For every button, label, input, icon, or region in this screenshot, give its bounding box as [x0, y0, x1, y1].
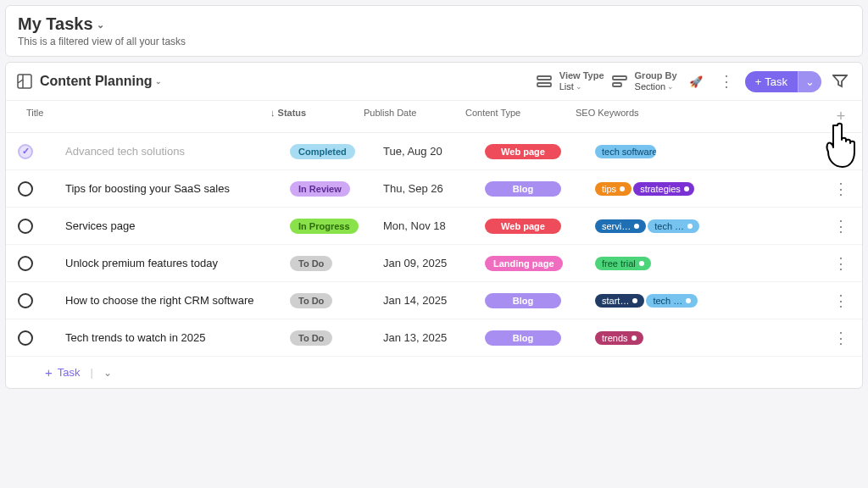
- chevron-down-icon: ⌄: [667, 82, 674, 92]
- publish-date[interactable]: Jan 14, 2025: [383, 294, 485, 307]
- more-options-button[interactable]: ⋮: [715, 69, 738, 93]
- new-task-button-group: + Task ⌄: [745, 71, 821, 92]
- content-type-badge[interactable]: Web page: [485, 144, 561, 159]
- publish-date[interactable]: Mon, Nov 18: [383, 219, 485, 232]
- plus-icon: +: [755, 75, 762, 88]
- col-status-label: Status: [278, 108, 307, 118]
- chevron-down-icon: ⌄: [97, 19, 104, 30]
- seo-tag[interactable]: tips: [595, 182, 632, 196]
- status-badge[interactable]: To Do: [290, 256, 332, 271]
- table-row[interactable]: Tips for boosting your SaaS salesIn Revi…: [6, 170, 862, 208]
- header-card: My Tasks ⌄ This is a filtered view of al…: [5, 5, 863, 57]
- svg-rect-6: [613, 83, 621, 86]
- task-title[interactable]: Unlock premium features today: [65, 257, 218, 269]
- col-title[interactable]: Title: [14, 108, 270, 125]
- chevron-down-icon[interactable]: ⌄: [103, 367, 112, 379]
- seo-tag[interactable]: trends: [595, 331, 643, 345]
- content-type-badge[interactable]: Blog: [485, 293, 561, 308]
- table-row[interactable]: Advanced tech solutionsCompletedTue, Aug…: [6, 133, 862, 170]
- col-status[interactable]: ↓ Status: [270, 108, 364, 125]
- task-title[interactable]: Services page: [65, 219, 135, 232]
- svg-rect-3: [537, 76, 551, 80]
- complete-toggle[interactable]: [18, 144, 33, 159]
- group-by-label: Group By: [635, 70, 677, 81]
- chevron-down-icon: ⌄: [805, 75, 815, 88]
- view-type-value: List: [559, 81, 574, 92]
- col-publish-date[interactable]: Publish Date: [364, 108, 465, 125]
- seo-tag[interactable]: strategies: [633, 182, 694, 196]
- row-more-button[interactable]: ⋮: [820, 181, 862, 197]
- table-row[interactable]: Services pageIn ProgressMon, Nov 18Web p…: [6, 208, 862, 245]
- status-badge[interactable]: To Do: [290, 330, 332, 346]
- content-type-badge[interactable]: Web page: [485, 219, 561, 234]
- seo-tag[interactable]: tech …: [646, 294, 698, 308]
- complete-toggle[interactable]: [18, 256, 33, 271]
- page-subtitle: This is a filtered view of all your task…: [18, 36, 850, 47]
- add-task-row[interactable]: + Task | ⌄: [6, 357, 862, 388]
- status-badge[interactable]: Completed: [290, 144, 355, 159]
- seo-tag[interactable]: tech …: [648, 219, 699, 233]
- seo-tag[interactable]: free trial: [595, 257, 651, 270]
- row-more-button[interactable]: ⋮: [820, 330, 862, 346]
- row-more-button[interactable]: ⋮: [820, 293, 862, 308]
- status-badge[interactable]: To Do: [290, 293, 332, 308]
- publish-date[interactable]: Tue, Aug 20: [383, 145, 485, 158]
- page-title-row[interactable]: My Tasks ⌄: [18, 14, 850, 34]
- seo-tag[interactable]: tech software: [595, 145, 656, 158]
- new-task-button[interactable]: + Task: [745, 71, 798, 92]
- seo-tag[interactable]: servi…: [595, 219, 646, 233]
- status-badge[interactable]: In Review: [290, 181, 350, 197]
- svg-rect-4: [537, 83, 551, 86]
- svg-rect-5: [613, 76, 626, 80]
- new-task-label: Task: [765, 75, 787, 88]
- view-type-label: View Type: [559, 70, 604, 81]
- seo-tag[interactable]: start…: [595, 294, 644, 308]
- complete-toggle[interactable]: [18, 293, 33, 308]
- table-row[interactable]: Tech trends to watch in 2025To DoJan 13,…: [6, 319, 862, 357]
- status-badge[interactable]: In Progress: [290, 219, 359, 234]
- task-title[interactable]: How to choose the right CRM software: [65, 294, 254, 307]
- table-body: Advanced tech solutionsCompletedTue, Aug…: [6, 133, 862, 357]
- row-more-button[interactable]: ⋮: [820, 219, 862, 234]
- new-task-dropdown[interactable]: ⌄: [798, 71, 821, 92]
- filter-icon[interactable]: [828, 69, 852, 93]
- task-title[interactable]: Tips for boosting your SaaS sales: [65, 182, 230, 195]
- section-icon: [611, 73, 628, 90]
- publish-date[interactable]: Jan 09, 2025: [383, 257, 485, 269]
- add-task-label: Task: [58, 366, 81, 379]
- complete-toggle[interactable]: [18, 181, 33, 197]
- complete-toggle[interactable]: [18, 219, 33, 234]
- col-content-type[interactable]: Content Type: [465, 108, 576, 125]
- group-by-value: Section: [635, 81, 666, 92]
- task-title[interactable]: Advanced tech solutions: [65, 145, 185, 158]
- main-card: Content Planning ⌄ View Type List⌄ Group…: [5, 62, 863, 389]
- panel-layout-icon[interactable]: [16, 73, 33, 90]
- table-row[interactable]: How to choose the right CRM softwareTo D…: [6, 282, 862, 319]
- col-seo-keywords[interactable]: SEO Keywords: [576, 108, 820, 125]
- page-title: My Tasks: [18, 14, 93, 34]
- plus-icon: +: [45, 365, 53, 380]
- publish-date[interactable]: Thu, Sep 26: [383, 182, 485, 195]
- content-type-badge[interactable]: Blog: [485, 330, 561, 346]
- toolbar: Content Planning ⌄ View Type List⌄ Group…: [6, 63, 862, 100]
- list-icon: [536, 73, 553, 90]
- publish-date[interactable]: Jan 13, 2025: [383, 331, 485, 344]
- divider: |: [91, 366, 93, 379]
- section-title: Content Planning: [40, 74, 152, 89]
- chevron-down-icon: ⌄: [576, 82, 582, 92]
- content-type-badge[interactable]: Landing page: [485, 256, 563, 271]
- chevron-down-icon: ⌄: [155, 77, 162, 86]
- svg-line-2: [18, 80, 23, 83]
- group-by-dropdown[interactable]: Group By Section⌄: [635, 70, 677, 92]
- add-column-button[interactable]: +: [820, 108, 862, 125]
- content-type-badge[interactable]: Blog: [485, 181, 561, 197]
- sort-arrow-down-icon: ↓: [270, 108, 278, 118]
- row-more-button[interactable]: ⋮: [820, 256, 862, 271]
- task-title[interactable]: Tech trends to watch in 2025: [65, 331, 206, 344]
- rocket-icon[interactable]: 🚀: [684, 69, 708, 93]
- view-type-dropdown[interactable]: View Type List⌄: [559, 70, 604, 92]
- section-title-dropdown[interactable]: Content Planning ⌄: [40, 74, 162, 89]
- table-row[interactable]: Unlock premium features todayTo DoJan 09…: [6, 245, 862, 282]
- table-header: Title ↓ Status Publish Date Content Type…: [6, 100, 862, 133]
- complete-toggle[interactable]: [18, 330, 33, 346]
